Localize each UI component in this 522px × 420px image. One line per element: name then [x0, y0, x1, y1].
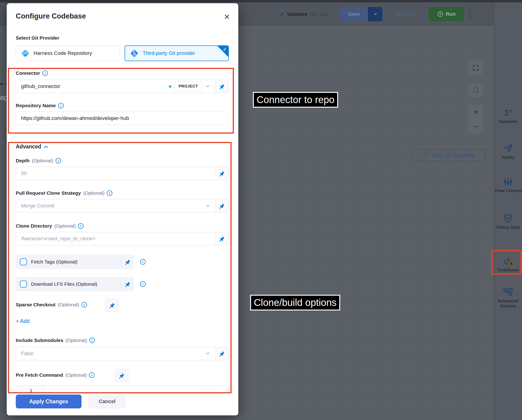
pin-runtime-input-button[interactable] [216, 199, 228, 212]
pin-icon[interactable] [124, 281, 131, 287]
info-icon[interactable]: i [58, 103, 64, 108]
info-icon[interactable]: i [56, 158, 61, 163]
annotation-connector-to-repo: Connector to repo [253, 92, 338, 108]
flowchart-gear-icon [494, 286, 522, 298]
save-dropdown-button[interactable] [368, 7, 382, 21]
repository-name-label: Repository Name [16, 103, 56, 108]
sidebar-item-policy-sets[interactable]: Policy Sets [494, 213, 522, 230]
fetch-tags-checkbox[interactable] [20, 258, 27, 265]
pr-clone-strategy-select[interactable]: Merge Commit [16, 199, 228, 213]
window-top-strip [0, 0, 522, 2]
sidebar-item-variables[interactable]: Σx Variables [494, 107, 522, 124]
depth-label: Depth [16, 158, 30, 163]
marquee-select-button[interactable] [468, 83, 483, 97]
upload-icon [423, 152, 429, 158]
provider-label: Harness Code Repository [34, 50, 92, 56]
provider-harness-code-repository[interactable]: Harness Code Repository [16, 45, 120, 61]
download-lfs-checkbox[interactable] [20, 281, 27, 288]
chevron-down-icon [373, 12, 378, 17]
pin-runtime-input-button[interactable] [105, 299, 119, 312]
advanced-section-toggle[interactable]: Advanced [16, 144, 48, 150]
git-diamond-icon [129, 48, 139, 58]
chevron-down-icon[interactable] [205, 203, 210, 208]
paper-plane-icon [494, 143, 522, 154]
zoom-in-button[interactable]: + [473, 107, 478, 117]
pin-runtime-input-button[interactable] [115, 369, 128, 382]
clone-directory-label: Clone Directory [16, 223, 52, 229]
marquee-selection-icon [472, 86, 479, 93]
zoom-controls: + − [468, 105, 483, 134]
validated-time: 10m ago [310, 12, 328, 17]
app-screen: ag ✓ Validated 10m ago Save Discard Run … [0, 0, 522, 420]
play-circle-icon [437, 11, 444, 17]
fetch-tags-row[interactable]: Fetch Tags (Optional) [16, 255, 134, 269]
chevron-down-icon[interactable] [205, 351, 210, 356]
pin-icon [219, 203, 225, 209]
pipeline-right-sidebar: Σx Variables Notify Flow Control [494, 2, 522, 420]
pin-runtime-input-button[interactable] [216, 347, 228, 360]
include-submodules-select[interactable]: False [16, 347, 228, 360]
sidebar-item-flow-control[interactable]: Flow Control [494, 176, 522, 193]
pin-icon [109, 302, 115, 308]
pin-runtime-input-button[interactable] [216, 232, 228, 245]
cancel-button[interactable]: Cancel [88, 395, 126, 408]
pin-runtime-input-button[interactable] [216, 80, 228, 93]
fullscreen-button[interactable] [468, 61, 483, 75]
annotation-clone-build-options: Clone/build options [250, 295, 340, 311]
sidebar-item-advanced-options[interactable]: Advanced Options [494, 286, 522, 309]
depth-input[interactable]: 50 [16, 167, 228, 180]
info-icon[interactable]: i [42, 70, 48, 76]
repository-name-value: https://github.com/dewan-ahmed/developer… [21, 115, 129, 121]
background-stage-text-fragment: ag [0, 93, 7, 101]
zoom-out-button[interactable]: − [473, 122, 478, 131]
pin-icon [219, 350, 225, 357]
scope-badge: PROJECT [175, 82, 202, 91]
clone-directory-input[interactable]: /harness/<insert_repo_to_clone> [16, 232, 228, 245]
discard-button[interactable]: Discard [385, 7, 426, 21]
pin-icon [219, 170, 225, 177]
pin-icon[interactable] [124, 259, 131, 265]
sparse-checkout-label: Sparse Checkout [16, 302, 56, 307]
save-button[interactable]: Save [340, 7, 368, 21]
pr-clone-strategy-label: Pull Request Clone Strategy [16, 190, 81, 196]
pin-icon [118, 372, 125, 379]
more-options-button[interactable] [468, 9, 472, 19]
connector-field[interactable]: github_connector PROJECT [16, 80, 228, 93]
add-sparse-checkout-link[interactable]: + Add [16, 318, 29, 324]
save-split-button[interactable]: Save [340, 7, 382, 21]
check-icon: ✓ [280, 11, 285, 18]
pin-runtime-input-button[interactable] [216, 167, 228, 180]
codebase-code-warning-icon [494, 255, 522, 267]
connectivity-status-dot [169, 85, 171, 88]
chevron-up-icon [44, 145, 48, 149]
info-icon[interactable]: i [140, 259, 146, 265]
dialog-footer: Apply Changes Cancel [7, 393, 238, 415]
pre-fetch-command-label: Pre Fetch Command [16, 372, 63, 378]
sliders-icon [494, 176, 522, 187]
apply-changes-button[interactable]: Apply Changes [16, 395, 82, 408]
info-icon[interactable]: i [89, 338, 95, 343]
run-label: Run [446, 11, 456, 17]
repository-name-input[interactable]: https://github.com/dewan-ahmed/developer… [16, 112, 228, 125]
close-icon[interactable]: ✕ [224, 13, 230, 21]
sidebar-item-codebase[interactable]: Codebase [494, 255, 522, 273]
info-icon[interactable]: i [82, 302, 87, 307]
clone-directory-placeholder: /harness/<insert_repo_to_clone> [21, 236, 96, 242]
connector-label: Connector [16, 70, 40, 76]
info-icon[interactable]: i [107, 190, 112, 196]
info-icon[interactable]: i [89, 372, 94, 378]
pin-icon [219, 236, 225, 242]
validated-label: Validated [287, 12, 307, 17]
run-button[interactable]: Run [429, 7, 464, 21]
info-icon[interactable]: i [78, 223, 84, 229]
chevron-down-icon[interactable] [205, 84, 210, 89]
variables-sigma-icon: Σx [494, 107, 522, 118]
shield-check-icon [494, 213, 522, 224]
info-icon[interactable]: i [140, 281, 146, 287]
download-lfs-row[interactable]: Download LFS Files (Optional) [16, 277, 134, 291]
provider-third-party-git[interactable]: Third-party Git provider ✓ [125, 45, 229, 61]
sidebar-item-notify[interactable]: Notify [494, 143, 522, 160]
pin-icon [219, 83, 225, 90]
save-as-template-button[interactable]: Save as Template [412, 149, 486, 161]
connector-value: github_connector [21, 83, 60, 89]
